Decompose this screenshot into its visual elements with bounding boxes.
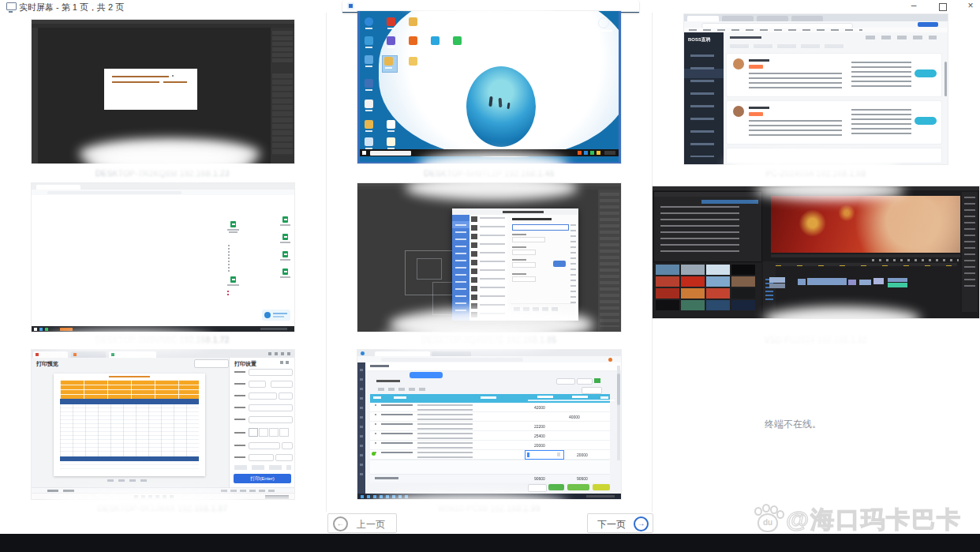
duplex-select[interactable] [249,454,274,461]
orientation-select[interactable] [279,392,293,400]
desktop-icon[interactable] [365,55,373,64]
clip-thumb[interactable] [706,276,730,287]
candidate-card[interactable] [727,101,941,144]
desktop-icon[interactable] [387,36,395,45]
timeline-clip[interactable] [769,277,785,283]
clip-thumb[interactable] [656,288,679,299]
desktop-icon[interactable] [365,36,373,45]
desktop-icon[interactable] [453,36,462,45]
remote-restore-button[interactable] [608,3,615,9]
clip-thumb[interactable] [731,288,755,299]
erp-header-control[interactable] [556,378,575,385]
desktop-icon[interactable] [365,137,373,146]
clip-thumb[interactable] [681,276,705,287]
layout-option[interactable] [249,428,258,437]
copies-input[interactable] [249,381,266,388]
timeline-clip[interactable] [888,278,907,282]
scrollbar[interactable] [944,62,947,96]
remote-minimize-button[interactable]: – [593,1,604,10]
desktop-icon[interactable] [365,79,373,88]
form-input-active[interactable] [512,224,569,231]
next-page-button[interactable]: 下一页 → [587,513,653,533]
desktop-icon[interactable] [409,36,417,45]
clip-thumb[interactable] [656,300,679,310]
desktop-icon[interactable] [365,120,373,129]
paper-select[interactable] [249,392,277,400]
excel-file-icon[interactable] [230,276,236,283]
timeline-clip[interactable] [848,280,856,285]
excel-file-icon[interactable] [282,234,288,240]
minimize-button[interactable]: – [909,1,918,11]
desktop-icon[interactable] [431,36,440,45]
clip-thumb[interactable] [731,276,755,287]
clip-thumb[interactable] [731,265,755,275]
max-dialog[interactable] [452,208,578,321]
desktop-icon[interactable] [409,57,417,66]
thumbnail-erp[interactable]: 42000 40000 22200 25400 20000 20000 9060… [357,350,621,499]
scrollbar-thumb[interactable] [617,374,620,405]
mode-select[interactable] [249,404,293,411]
erp-header-control[interactable] [577,378,593,385]
desktop-icon[interactable] [409,17,417,26]
candidate-card[interactable] [727,54,941,96]
timeline-clip[interactable] [807,278,847,285]
zoom-slider[interactable] [221,490,276,492]
gear-icon[interactable] [598,17,609,28]
clip-thumb[interactable] [681,300,705,310]
excel-file-icon[interactable] [282,216,288,223]
desktop-icon[interactable] [384,57,393,66]
erp-save-new-button[interactable] [567,484,589,490]
desktop-icon[interactable] [365,100,373,108]
thumbnail-white-page[interactable] [32,183,294,332]
pages-input[interactable] [249,416,293,423]
erp-audit-button[interactable] [593,484,610,490]
clip-thumb[interactable] [681,265,705,275]
desktop-icon[interactable] [387,120,395,129]
form-input[interactable] [512,250,536,255]
form-input[interactable] [512,276,536,282]
prev-page-button[interactable]: ← 上一页 [327,513,397,533]
excel-file-icon[interactable] [282,268,288,275]
greet-button[interactable] [915,69,937,77]
timeline-clip[interactable] [769,284,785,288]
print-button[interactable]: 打印(Enter) [234,474,291,483]
desktop-icon[interactable] [365,17,373,26]
erp-new-button[interactable] [410,372,443,378]
close-button[interactable]: × [966,1,975,11]
form-input[interactable] [512,237,545,242]
greet-button[interactable] [915,117,937,125]
thumbnail-wps-print[interactable]: 打印预览 打印设置 打印(Ent [32,350,294,499]
quality-select[interactable] [249,442,280,449]
layout-option[interactable] [279,428,289,437]
preview-toolbar-button[interactable] [194,359,229,368]
timeline-clip[interactable] [798,279,806,285]
thumbnail-3dsmax[interactable] [357,183,621,332]
clip-thumb[interactable] [656,265,679,275]
timeline-clip[interactable] [873,278,884,284]
remote-close-button[interactable]: × [620,1,630,10]
erp-save-button[interactable] [548,484,564,490]
form-input[interactable] [512,262,536,268]
thumbnail-photoshop[interactable] [32,20,294,163]
desktop-icon[interactable] [387,17,395,26]
layout-option[interactable] [259,428,268,437]
zoom-select[interactable] [282,442,293,449]
dialog-blue-button[interactable] [553,261,566,267]
thumbnail-desktop[interactable] [357,11,621,163]
thumbnail-boss-browser[interactable]: BOSS直聘 [684,14,948,164]
order-select[interactable] [275,454,293,461]
range-select[interactable] [271,381,293,388]
clip-thumb[interactable] [706,265,730,275]
clip-thumb[interactable] [681,288,705,299]
erp-cancel-button[interactable] [528,484,547,492]
excel-file-icon[interactable] [282,251,288,257]
desktop-icon[interactable] [387,137,395,146]
erp-print-button[interactable] [582,387,602,394]
clip-thumb[interactable] [706,300,730,310]
timeline-clip[interactable] [859,280,871,285]
layout-option[interactable] [269,428,279,437]
amount-input-editing[interactable] [525,450,564,460]
thumbnail-premiere[interactable] [653,186,979,318]
clip-thumb[interactable] [706,288,730,299]
printer-select[interactable] [249,369,293,376]
